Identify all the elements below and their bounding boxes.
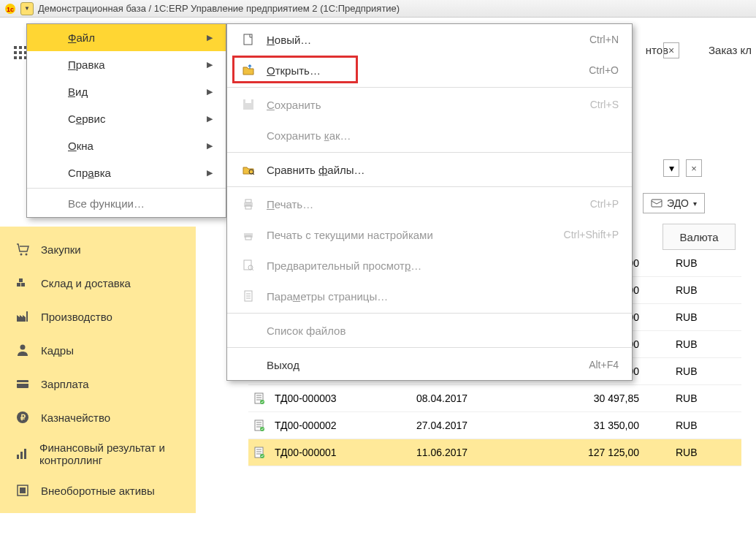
sidebar-item-card[interactable]: Зарплата	[0, 367, 196, 401]
cell-currency: RUB	[668, 284, 741, 296]
apps-grid-icon[interactable]	[13, 45, 28, 60]
svg-text:1c: 1c	[7, 6, 14, 13]
sidebar-item-ruble[interactable]: ₽Казначейство	[0, 401, 196, 434]
table-row[interactable]: ТД00-00000308.04.201730 497,85RUB	[248, 385, 741, 412]
edo-caret-icon: ▾	[693, 200, 697, 208]
submenu-item-label: Сохранить	[267, 99, 580, 111]
submenu-item-8: Печать…Ctrl+P	[227, 189, 632, 219]
system-menu-dropdown[interactable]: ▼	[20, 2, 34, 15]
navigation-sidebar: ЗакупкиСклад и доставкаПроизводствоКадры…	[0, 227, 196, 513]
submenu-item-13: Список файлов	[227, 315, 632, 346]
pagesetup-icon	[240, 288, 256, 304]
keyboard-shortcut: Alt+F4	[589, 359, 619, 371]
sidebar-item-cart[interactable]: Закупки	[0, 232, 196, 266]
keyboard-shortcut: Ctrl+S	[590, 99, 619, 110]
submenu-arrow-icon: ▶	[207, 33, 213, 42]
menu-item-help[interactable]: Справка▶	[27, 159, 226, 186]
submenu-item-label: Печать…	[267, 198, 580, 210]
cell-document: ТД00-000001	[270, 447, 416, 458]
menu-item-edit[interactable]: Правка▶	[27, 51, 226, 78]
svg-rect-32	[20, 452, 23, 459]
svg-rect-33	[24, 449, 26, 459]
submenu-item-0[interactable]: Новый…Ctrl+N	[227, 24, 632, 55]
column-header-currency[interactable]: Валюта	[663, 224, 736, 250]
menu-item-label: Сервис	[68, 113, 105, 125]
menu-item-windows[interactable]: Окна▶	[27, 132, 226, 159]
person-icon	[15, 342, 31, 358]
sidebar-item-chart[interactable]: Финансовый результат и контроллинг	[0, 434, 196, 474]
menu-item-label: Окна	[68, 140, 93, 152]
submenu-arrow-icon: ▶	[207, 168, 213, 178]
table-row[interactable]: ТД00-00000227.04.201731 350,00RUB	[248, 412, 741, 439]
tab-close-button[interactable]: ×	[663, 42, 679, 58]
menu-item-label: Правка	[68, 58, 105, 71]
cell-currency: RUB	[668, 365, 741, 377]
table-row[interactable]: ТД00-00000111.06.2017127 125,00RUB	[248, 439, 741, 466]
menu-item-label: Все функции…	[68, 197, 145, 210]
preview-icon	[240, 257, 256, 273]
sidebar-item-assets[interactable]: Внеоборотные активы	[0, 474, 196, 507]
print-icon	[240, 196, 256, 212]
cell-date: 27.04.2017	[416, 420, 533, 431]
svg-rect-6	[19, 51, 22, 54]
svg-rect-31	[17, 455, 19, 459]
svg-text:₽: ₽	[20, 413, 26, 422]
app-icon-1c: 1c	[4, 3, 16, 15]
submenu-item-10: Предварительный просмотр…	[227, 250, 632, 281]
menu-item-label: Вид	[68, 86, 88, 98]
keyboard-shortcut: Ctrl+P	[590, 198, 619, 210]
cell-currency: RUB	[668, 257, 741, 269]
sidebar-item-person[interactable]: Кадры	[0, 333, 196, 367]
menu-item-file[interactable]: Файл▶	[27, 24, 226, 51]
sidebar-item-label: Внеоборотные активы	[41, 485, 155, 497]
cell-document: ТД00-000002	[270, 420, 416, 431]
menu-item-allfunc[interactable]: Все функции…	[27, 190, 226, 217]
sidebar-item-factory[interactable]: Производство	[0, 300, 196, 333]
svg-point-21	[26, 254, 28, 256]
svg-rect-38	[245, 99, 251, 103]
main-menu: Файл▶Правка▶Вид▶Сервис▶Окна▶Справка▶Все …	[26, 23, 226, 218]
svg-rect-36	[244, 34, 252, 45]
edo-button[interactable]: ЭДО ▾	[643, 193, 705, 213]
cell-date: 08.04.2017	[416, 392, 533, 404]
submenu-arrow-icon: ▶	[207, 87, 213, 96]
submenu-item-11: Параметры страницы…	[227, 281, 632, 311]
edo-icon	[651, 197, 663, 209]
open-icon	[240, 62, 256, 78]
submenu-item-6[interactable]: Сравнить файлы…	[227, 154, 632, 185]
svg-rect-45	[244, 260, 251, 270]
submenu-item-15[interactable]: ВыходAlt+F4	[227, 349, 632, 380]
svg-rect-22	[17, 283, 20, 287]
svg-point-20	[20, 254, 23, 256]
submenu-item-label: Печать с текущими настройками	[267, 229, 554, 241]
titlebar: 1c ▼ Демонстрационная база / 1C:ERP Упра…	[0, 0, 756, 18]
sidebar-item-label: Закупки	[41, 243, 81, 256]
keyboard-shortcut: Ctrl+O	[589, 64, 619, 76]
submenu-item-4: Сохранить как…	[227, 120, 632, 151]
ruble-icon: ₽	[15, 409, 31, 425]
svg-rect-25	[26, 311, 28, 322]
cell-document: ТД00-000003	[270, 392, 416, 404]
submenu-item-label: Предварительный просмотр…	[267, 259, 619, 272]
menu-item-service[interactable]: Сервис▶	[27, 105, 226, 132]
cell-currency: RUB	[668, 420, 741, 431]
svg-rect-5	[14, 51, 17, 54]
menu-item-label: Справка	[68, 167, 111, 179]
submenu-item-1[interactable]: Открыть…Ctrl+O	[227, 55, 632, 86]
file-submenu: Новый…Ctrl+NОткрыть…Ctrl+OСохранитьCtrl+…	[226, 23, 633, 381]
sidebar-item-label: Склад и доставка	[41, 277, 131, 289]
svg-rect-27	[17, 380, 28, 388]
submenu-item-label: Параметры страницы…	[267, 290, 619, 303]
submenu-item-label: Сравнить файлы…	[267, 164, 619, 176]
sidebar-item-warehouse[interactable]: Склад и доставка	[0, 266, 196, 300]
warehouse-icon	[15, 275, 31, 291]
filter-dropdown-button[interactable]: ▾	[663, 159, 679, 177]
svg-rect-24	[19, 278, 23, 282]
keyboard-shortcut: Ctrl+N	[589, 34, 619, 45]
svg-rect-41	[245, 200, 251, 202]
document-icon	[248, 446, 270, 459]
menu-item-view[interactable]: Вид▶	[27, 78, 226, 105]
cell-sum: 127 125,00	[533, 447, 668, 458]
tab-label-cut[interactable]: Заказ кл	[709, 44, 752, 56]
filter-clear-button[interactable]: ×	[686, 159, 702, 177]
